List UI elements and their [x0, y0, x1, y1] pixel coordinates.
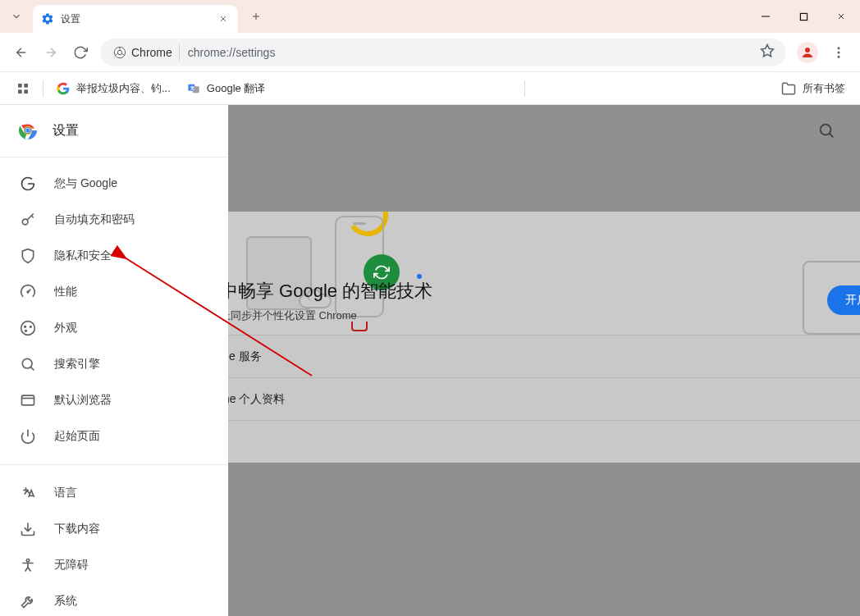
svg-line-33 — [31, 216, 33, 218]
svg-line-41 — [30, 367, 34, 370]
svg-point-36 — [21, 321, 35, 335]
sidebar-item-autofill[interactable]: 自动填充和密码 — [0, 202, 228, 238]
sidebar-item-privacy[interactable]: 隐私和安全 — [0, 238, 228, 274]
svg-point-16 — [805, 48, 810, 52]
bookmark-item-report[interactable]: 举报垃圾内容、钓... — [48, 76, 179, 101]
svg-rect-42 — [22, 395, 34, 405]
tab-close-button[interactable] — [217, 12, 230, 25]
sidebar-item-accessibility[interactable]: 无障碍 — [0, 547, 228, 583]
settings-search-button[interactable] — [817, 121, 835, 143]
close-window-button[interactable] — [822, 0, 860, 33]
sidebar-item-label: 默认浏览器 — [54, 393, 112, 408]
person-icon — [800, 45, 815, 60]
separator — [524, 80, 525, 97]
hero-title: 中畅享 Google 的智能技术 — [228, 279, 432, 303]
folder-icon — [781, 81, 796, 96]
row-more[interactable] — [228, 420, 860, 463]
sidebar-item-search[interactable]: 搜索引擎 — [0, 346, 228, 382]
key-icon — [20, 212, 36, 228]
sidebar-title: 设置 — [53, 122, 79, 139]
maximize-icon — [799, 12, 808, 21]
download-icon — [20, 521, 36, 537]
svg-rect-21 — [24, 84, 28, 88]
sidebar-list[interactable]: 您与 Google 自动填充和密码 隐私和安全 性能 外观 搜索引擎 — [0, 157, 228, 616]
translate-icon: 文 — [187, 82, 200, 95]
tab-title: 设置 — [61, 12, 217, 26]
svg-rect-23 — [24, 89, 28, 94]
svg-rect-5 — [800, 13, 807, 20]
url-origin-chip[interactable]: Chrome — [112, 44, 180, 61]
sidebar-item-label: 下载内容 — [54, 522, 100, 536]
bookmark-item-translate[interactable]: 文 Google 翻译 — [179, 76, 274, 101]
sidebar-item-google[interactable]: 您与 Google — [0, 166, 228, 202]
svg-point-35 — [27, 291, 29, 293]
kebab-menu-button[interactable] — [824, 38, 853, 67]
svg-point-31 — [22, 219, 28, 225]
maximize-button[interactable] — [785, 0, 822, 33]
url-chip-label: Chrome — [131, 46, 172, 59]
sidebar-item-appearance[interactable]: 外观 — [0, 310, 228, 346]
row-chrome-profile[interactable]: me 个人资料 — [228, 377, 860, 420]
minimize-icon — [761, 11, 771, 21]
all-bookmarks-label: 所有书签 — [803, 81, 845, 96]
divider — [0, 464, 228, 465]
reload-icon — [73, 45, 88, 60]
sync-enable-button[interactable]: 开启同步功能... — [827, 285, 860, 315]
chevron-down-icon — [11, 11, 22, 22]
sidebar-item-label: 您与 Google — [54, 176, 117, 191]
new-tab-button[interactable] — [245, 5, 268, 28]
sidebar-item-language[interactable]: 语言 — [0, 475, 228, 511]
gear-icon — [41, 12, 54, 25]
bookmark-label: Google 翻译 — [207, 81, 266, 96]
svg-point-47 — [821, 125, 831, 135]
row-label: me 个人资料 — [228, 392, 860, 407]
address-bar: Chrome chrome://settings — [0, 33, 860, 72]
svg-text:文: 文 — [190, 84, 194, 89]
svg-rect-20 — [18, 84, 22, 88]
svg-rect-22 — [18, 89, 22, 94]
url-field[interactable]: Chrome chrome://settings — [100, 39, 786, 66]
speedometer-icon — [20, 284, 36, 300]
separator — [43, 80, 43, 97]
apps-icon — [16, 82, 30, 95]
search-icon — [817, 121, 835, 139]
sidebar-item-label: 起始页面 — [54, 429, 100, 444]
wrench-icon — [20, 593, 36, 609]
sidebar-item-default-browser[interactable]: 默认浏览器 — [0, 382, 228, 418]
sidebar-item-startup[interactable]: 起始页面 — [0, 418, 228, 454]
url-text: chrome://settings — [188, 46, 276, 59]
settings-main: 中畅享 Google 的智能技术 上同步并个性化设置 Chrome 开启同步功能… — [228, 105, 860, 616]
sidebar-item-label: 外观 — [54, 321, 77, 335]
chrome-logo-icon — [18, 121, 38, 140]
palette-icon — [20, 320, 36, 336]
svg-marker-15 — [762, 44, 774, 56]
profile-button[interactable] — [794, 39, 821, 66]
chrome-icon — [113, 46, 126, 59]
dots-vertical-icon — [831, 45, 846, 60]
row-label: gle 服务 — [228, 349, 860, 364]
minimize-button[interactable] — [747, 0, 785, 33]
sidebar-item-label: 语言 — [54, 486, 77, 500]
power-icon — [20, 428, 36, 445]
svg-point-17 — [838, 47, 840, 49]
tab-dropdown-button[interactable] — [0, 0, 33, 33]
arrow-left-icon — [14, 45, 29, 60]
close-icon — [836, 11, 846, 21]
close-icon — [218, 14, 228, 24]
accessibility-icon — [20, 557, 36, 573]
arrow-right-icon — [43, 45, 58, 60]
apps-button[interactable] — [8, 77, 38, 100]
row-google-services[interactable]: gle 服务 — [228, 335, 860, 377]
all-bookmarks-button[interactable]: 所有书签 — [781, 81, 852, 96]
bookmark-star-button[interactable] — [760, 43, 775, 62]
sidebar-item-performance[interactable]: 性能 — [0, 274, 228, 310]
back-button[interactable] — [7, 38, 36, 67]
sidebar-item-label: 系统 — [54, 594, 77, 609]
forward-button[interactable] — [36, 38, 66, 67]
sidebar-item-system[interactable]: 系统 — [0, 583, 228, 616]
star-icon — [760, 43, 775, 58]
browser-tab[interactable]: 设置 — [33, 5, 238, 33]
sidebar-item-label: 性能 — [54, 285, 77, 299]
reload-button[interactable] — [66, 38, 95, 67]
sidebar-item-downloads[interactable]: 下载内容 — [0, 511, 228, 547]
